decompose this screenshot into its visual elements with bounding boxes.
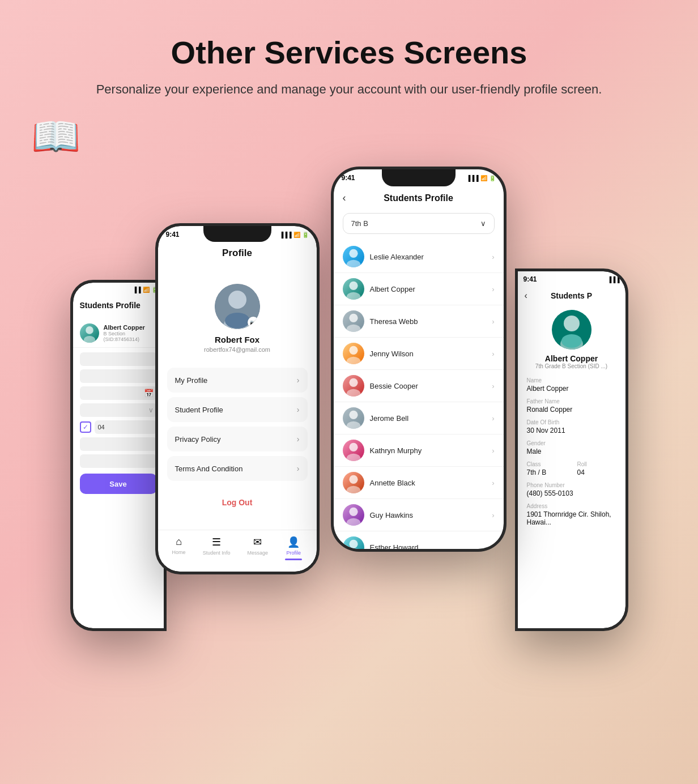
detail-avatar bbox=[552, 310, 591, 350]
camera-badge[interactable]: 📷 bbox=[248, 317, 259, 328]
student-item-6[interactable]: Kathryn Murphy › bbox=[334, 434, 504, 467]
field-label-class: Class bbox=[527, 461, 566, 467]
student-arrow-7: › bbox=[492, 479, 494, 487]
student-item-5[interactable]: Jerome Bell › bbox=[334, 402, 504, 434]
detail-field-gender: Gender Male bbox=[527, 440, 616, 455]
svg-point-20 bbox=[349, 475, 357, 484]
detail-field-phone: Phone Number (480) 555-0103 bbox=[527, 482, 616, 497]
nav-student-info[interactable]: ☰ Student Info bbox=[203, 536, 231, 560]
menu-item-privacy-label: Privacy Policy bbox=[175, 435, 221, 444]
student-avatar-4 bbox=[343, 375, 364, 397]
student-name-7: Annette Black bbox=[370, 479, 415, 487]
left-student-name: Albert Copper bbox=[104, 324, 157, 331]
student-avatar-5 bbox=[343, 407, 364, 429]
detail-field-roll: Roll 04 bbox=[577, 461, 616, 476]
student-avatar-6 bbox=[343, 440, 364, 461]
svg-point-0 bbox=[86, 326, 93, 334]
student-item-0[interactable]: Leslie Alexander › bbox=[334, 241, 504, 273]
profile-screen: 9:41 ▐▐▐📶🔋 Profile bbox=[158, 226, 317, 572]
menu-item-privacy[interactable]: Privacy Policy › bbox=[167, 427, 308, 451]
svg-point-15 bbox=[346, 389, 360, 397]
svg-point-10 bbox=[349, 314, 357, 322]
nav-home[interactable]: ⌂ Home bbox=[172, 536, 186, 560]
field-label-dob: Date Of Birth bbox=[527, 419, 616, 425]
svg-point-19 bbox=[346, 454, 360, 461]
svg-point-12 bbox=[349, 346, 357, 355]
svg-point-7 bbox=[346, 260, 360, 267]
svg-point-29 bbox=[561, 334, 582, 348]
student-arrow-4: › bbox=[492, 382, 494, 390]
svg-point-17 bbox=[346, 421, 360, 429]
left-student-info: Albert Copper B Section (SID:87456314) bbox=[104, 324, 157, 342]
profile-avatar-section: 📷 Robert Fox robertfox74@gmail.com bbox=[158, 261, 317, 362]
detail-avatar-section: Albert Copper 7th Grade B Section (SID .… bbox=[527, 310, 616, 369]
home-nav-icon: ⌂ bbox=[176, 536, 182, 548]
page-subtitle: Personalize your experience and manage y… bbox=[11, 80, 687, 99]
student-avatar-9 bbox=[343, 536, 364, 549]
student-item-4[interactable]: Bessie Cooper › bbox=[334, 370, 504, 402]
student-item-9[interactable]: Esther Howard › bbox=[334, 531, 504, 549]
phone-students: 9:41 ▐▐▐📶🔋 ‹ Students Profile 7th B ∨ bbox=[331, 167, 507, 552]
dropdown-chevron-icon: ∨ bbox=[480, 219, 486, 228]
right-back-button[interactable]: ‹ bbox=[525, 291, 527, 301]
nav-profile[interactable]: 👤 Profile bbox=[285, 536, 302, 560]
class-dropdown[interactable]: 7th B ∨ bbox=[343, 213, 495, 234]
back-button[interactable]: ‹ bbox=[343, 192, 346, 204]
menu-item-studentprofile[interactable]: Student Profile › bbox=[167, 397, 308, 422]
profile-screen-title: Profile bbox=[222, 248, 252, 258]
svg-point-11 bbox=[346, 325, 360, 332]
field-value-address: 1901 Thornridge Cir. Shiloh, Hawai... bbox=[527, 510, 616, 526]
page-header: Other Services Screens Personalize your … bbox=[0, 0, 698, 110]
student-item-2[interactable]: Theresa Webb › bbox=[334, 305, 504, 338]
detail-row-class-roll: Class 7th / B Roll 04 bbox=[527, 461, 616, 482]
phone-right-partial: 9:41 ▐▐▐ ‹ Students P bbox=[515, 269, 628, 631]
student-name-2: Theresa Webb bbox=[370, 317, 418, 326]
profile-menu-list: My Profile › Student Profile › Privacy P… bbox=[158, 362, 317, 487]
student-item-8[interactable]: Guy Hawkins › bbox=[334, 499, 504, 531]
students-screen-header: ‹ Students Profile bbox=[334, 186, 504, 208]
svg-point-14 bbox=[349, 378, 357, 387]
student-name-3: Jenny Wilson bbox=[370, 350, 414, 358]
student-item-7[interactable]: Annette Black › bbox=[334, 467, 504, 499]
detail-field-name: Name Albert Copper bbox=[527, 377, 616, 393]
student-arrow-2: › bbox=[492, 317, 494, 326]
left-student-item: Albert Copper B Section (SID:87456314) bbox=[73, 319, 164, 348]
menu-item-myprofile[interactable]: My Profile › bbox=[167, 368, 308, 393]
field-label-address: Address bbox=[527, 503, 616, 509]
field-label-father: Father Name bbox=[527, 398, 616, 404]
field-value-class: 7th / B bbox=[527, 468, 566, 476]
student-list: Leslie Alexander › Albert Copper › bbox=[334, 238, 504, 549]
svg-point-5 bbox=[225, 313, 250, 329]
detail-student-grade: 7th Grade B Section (SID ...) bbox=[535, 363, 607, 369]
svg-point-18 bbox=[349, 443, 357, 451]
message-nav-icon: ✉ bbox=[253, 536, 262, 548]
save-button[interactable]: Save bbox=[109, 480, 126, 488]
right-partial-screen: 9:41 ▐▐▐ ‹ Students P bbox=[518, 271, 625, 628]
student-name-8: Guy Hawkins bbox=[370, 511, 414, 519]
student-avatar-7 bbox=[343, 472, 364, 493]
student-arrow-0: › bbox=[492, 253, 494, 261]
svg-point-23 bbox=[346, 518, 360, 526]
profile-nav-label: Profile bbox=[287, 550, 301, 556]
menu-arrow-privacy: › bbox=[297, 434, 300, 444]
student-arrow-3: › bbox=[492, 350, 494, 358]
svg-point-22 bbox=[349, 508, 357, 516]
detail-field-father: Father Name Ronald Copper bbox=[527, 398, 616, 414]
right-time: 9:41 bbox=[524, 275, 537, 283]
student-arrow-1: › bbox=[492, 285, 494, 293]
profile-notch bbox=[203, 226, 271, 242]
menu-arrow-studentprofile: › bbox=[297, 405, 300, 414]
logout-button[interactable]: Log Out bbox=[158, 487, 317, 518]
student-item-1[interactable]: Albert Copper › bbox=[334, 273, 504, 305]
profile-time: 9:41 bbox=[166, 231, 180, 238]
phone-left-partial: ▐▐📶🔋 Students Profile Albert bbox=[70, 280, 167, 631]
menu-item-terms-label: Terms And Condition bbox=[175, 465, 243, 473]
menu-item-terms[interactable]: Terms And Condition › bbox=[167, 456, 308, 481]
nav-active-indicator bbox=[285, 559, 302, 560]
student-item-3[interactable]: Jenny Wilson › bbox=[334, 338, 504, 370]
svg-point-9 bbox=[346, 292, 360, 300]
menu-item-myprofile-label: My Profile bbox=[175, 376, 208, 385]
nav-message[interactable]: ✉ Message bbox=[248, 536, 269, 560]
student-detail-view: Albert Copper 7th Grade B Section (SID .… bbox=[518, 304, 625, 616]
message-nav-label: Message bbox=[248, 550, 269, 556]
